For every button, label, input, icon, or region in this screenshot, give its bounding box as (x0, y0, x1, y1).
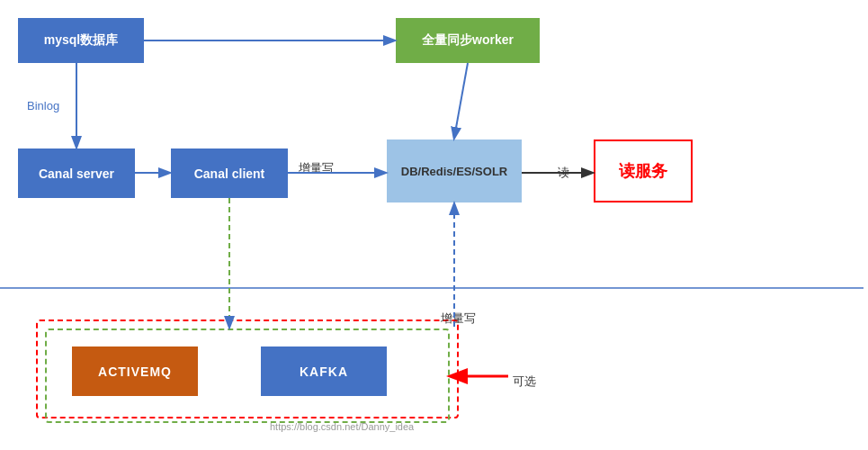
watermark: https://blog.csdn.net/Danny_idea (270, 421, 414, 432)
increment-write1-label: 增量写 (299, 160, 334, 176)
canal-server-box: Canal server (18, 148, 135, 198)
read-service-box: 读服务 (594, 140, 693, 202)
activemq-box: ACTIVEMQ (72, 346, 198, 396)
canal-client-box: Canal client (171, 148, 288, 198)
svg-line-4 (454, 63, 468, 138)
binlog-label: Binlog (27, 99, 59, 112)
kafka-box: KAFKA (261, 346, 387, 396)
mysql-box: mysql数据库 (18, 18, 144, 63)
increment-write2-label: 增量写 (441, 310, 476, 327)
full-sync-box: 全量同步worker (396, 18, 540, 63)
optional-label: 可选 (513, 374, 536, 390)
read-label: 读 (558, 165, 569, 181)
diagram-container: mysql数据库 全量同步worker Canal server Canal c… (0, 0, 868, 450)
db-redis-box: DB/Redis/ES/SOLR (387, 140, 522, 202)
